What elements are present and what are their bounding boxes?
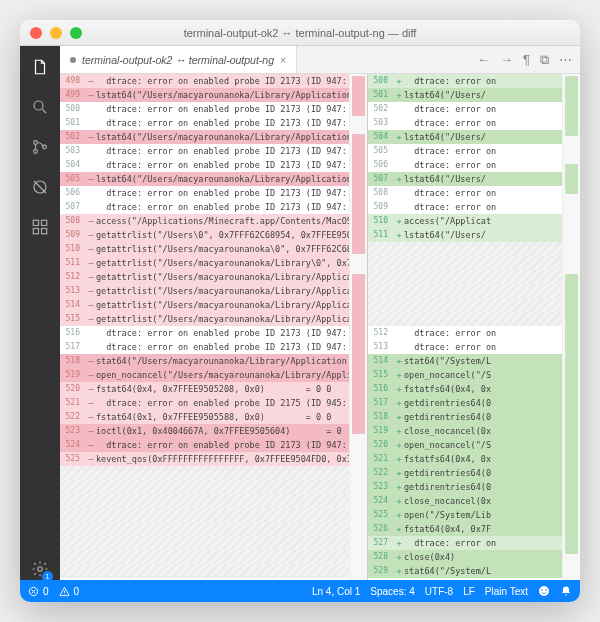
source-control-icon[interactable]	[29, 136, 51, 158]
diff-line[interactable]: 518+getdirentries64(0	[368, 410, 580, 424]
diff-line[interactable]	[368, 284, 580, 298]
diff-line[interactable]: 515–getattrlist("/Users/macyarounanoka/L…	[60, 312, 367, 326]
diff-line[interactable]: 500+ dtrace: error on	[368, 74, 580, 88]
diff-line[interactable]: 519–open_nocancel("/Users/macyarounanoka…	[60, 368, 367, 382]
diff-line[interactable]	[60, 522, 367, 536]
diff-line[interactable]: 511–getattrlist("/Users/macyarounanoka/L…	[60, 256, 367, 270]
diff-line[interactable]: 521– dtrace: error on enabled probe ID 2…	[60, 396, 367, 410]
diff-line[interactable]: 510–getattrlist("/Users/macyarounanoka\0…	[60, 242, 367, 256]
zoom-window-button[interactable]	[70, 27, 82, 39]
status-encoding[interactable]: UTF-8	[425, 586, 453, 597]
whitespace-icon[interactable]: ¶	[523, 52, 530, 67]
status-warnings[interactable]: 0	[59, 586, 80, 597]
minimap-left[interactable]	[349, 74, 367, 580]
diff-line[interactable]: 524– dtrace: error on enabled probe ID 2…	[60, 438, 367, 452]
diff-line[interactable]: 523+getdirentries64(0	[368, 480, 580, 494]
diff-line[interactable]: 508–access("/Applications/Minecraft.app/…	[60, 214, 367, 228]
diff-line[interactable]	[368, 242, 580, 256]
diff-line[interactable]	[368, 298, 580, 312]
diff-line[interactable]: 517 dtrace: error on enabled probe ID 21…	[60, 340, 367, 354]
diff-line[interactable]: 507+lstat64("/Users/	[368, 172, 580, 186]
nav-back-icon[interactable]: ←	[477, 52, 490, 67]
diff-line[interactable]: 520+open_nocancel("/S	[368, 438, 580, 452]
diff-line[interactable]	[368, 270, 580, 284]
split-editor-icon[interactable]: ⧉	[540, 52, 549, 68]
diff-line[interactable]: 508 dtrace: error on	[368, 186, 580, 200]
diff-line[interactable]: 514–getattrlist("/Users/macyarounanoka/L…	[60, 298, 367, 312]
minimize-window-button[interactable]	[50, 27, 62, 39]
diff-line[interactable]	[60, 494, 367, 508]
diff-line[interactable]	[60, 550, 367, 564]
diff-line[interactable]: 522+getdirentries64(0	[368, 466, 580, 480]
diff-line[interactable]: 525+open("/System/Lib	[368, 508, 580, 522]
diff-line[interactable]: 512 dtrace: error on	[368, 326, 580, 340]
diff-line[interactable]: 511+lstat64("/Users/	[368, 228, 580, 242]
diff-line[interactable]: 522–fstat64(0x1, 0x7FFEE9505588, 0x0) = …	[60, 410, 367, 424]
feedback-icon[interactable]	[538, 585, 550, 597]
diff-line[interactable]: 501 dtrace: error on enabled probe ID 21…	[60, 116, 367, 130]
diff-line[interactable]: 506 dtrace: error on enabled probe ID 21…	[60, 186, 367, 200]
diff-line[interactable]: 501+lstat64("/Users/	[368, 88, 580, 102]
tab-diff[interactable]: terminal-output-ok2 ↔ terminal-output-ng…	[60, 46, 297, 73]
diff-line[interactable]: 524+close_nocancel(0x	[368, 494, 580, 508]
diff-pane-original[interactable]: 498– dtrace: error on enabled probe ID 2…	[60, 74, 368, 580]
diff-line[interactable]: 507 dtrace: error on enabled probe ID 21…	[60, 200, 367, 214]
diff-line[interactable]	[368, 312, 580, 326]
diff-line[interactable]: 505 dtrace: error on	[368, 144, 580, 158]
status-language[interactable]: Plain Text	[485, 586, 528, 597]
diff-line[interactable]: 504 dtrace: error on enabled probe ID 21…	[60, 158, 367, 172]
diff-line[interactable]: 513–getattrlist("/Users/macyarounanoka/L…	[60, 284, 367, 298]
status-spaces[interactable]: Spaces: 4	[370, 586, 414, 597]
diff-line[interactable]: 500 dtrace: error on enabled probe ID 21…	[60, 102, 367, 116]
diff-editor[interactable]: 498– dtrace: error on enabled probe ID 2…	[60, 74, 580, 580]
diff-line[interactable]: 499–lstat64("/Users/macyarounanoka/Libra…	[60, 88, 367, 102]
diff-line[interactable]	[60, 536, 367, 550]
close-window-button[interactable]	[30, 27, 42, 39]
diff-line[interactable]: 517+getdirentries64(0	[368, 396, 580, 410]
explorer-icon[interactable]	[29, 56, 51, 78]
diff-line[interactable]: 510+access("/Applicat	[368, 214, 580, 228]
diff-line[interactable]: 503 dtrace: error on	[368, 116, 580, 130]
more-actions-icon[interactable]: ⋯	[559, 52, 572, 67]
diff-line[interactable]	[60, 466, 367, 480]
diff-line[interactable]	[60, 564, 367, 578]
diff-line[interactable]: 516+fstatfs64(0x4, 0x	[368, 382, 580, 396]
nav-forward-icon[interactable]: →	[500, 52, 513, 67]
diff-line[interactable]: 515+open_nocancel("/S	[368, 368, 580, 382]
close-tab-button[interactable]: ×	[280, 54, 286, 66]
diff-line[interactable]: 516 dtrace: error on enabled probe ID 21…	[60, 326, 367, 340]
status-cursor[interactable]: Ln 4, Col 1	[312, 586, 360, 597]
diff-line[interactable]: 514+stat64("/System/L	[368, 354, 580, 368]
diff-line[interactable]: 513 dtrace: error on	[368, 340, 580, 354]
diff-line[interactable]: 509 dtrace: error on	[368, 200, 580, 214]
diff-line[interactable]: 503 dtrace: error on enabled probe ID 21…	[60, 144, 367, 158]
diff-line[interactable]: 526+fstat64(0x4, 0x7F	[368, 522, 580, 536]
minimap-right[interactable]	[562, 74, 580, 580]
diff-line[interactable]: 518–stat64("/Users/macyarounanoka/Librar…	[60, 354, 367, 368]
debug-icon[interactable]	[29, 176, 51, 198]
diff-line[interactable]	[60, 480, 367, 494]
diff-line[interactable]: 506 dtrace: error on	[368, 158, 580, 172]
status-errors[interactable]: 0	[28, 586, 49, 597]
diff-line[interactable]: 505–lstat64("/Users/macyarounanoka/Libra…	[60, 172, 367, 186]
diff-line[interactable]: 502–lstat64("/Users/macyarounanoka/Libra…	[60, 130, 367, 144]
notifications-icon[interactable]	[560, 585, 572, 597]
diff-line[interactable]	[60, 508, 367, 522]
diff-line[interactable]: 519+close_nocancel(0x	[368, 424, 580, 438]
diff-line[interactable]: 520–fstat64(0x4, 0x7FFEE9505208, 0x0) = …	[60, 382, 367, 396]
diff-line[interactable]: 525–kevent_qos(0xFFFFFFFFFFFFFFFF, 0x7FF…	[60, 452, 367, 466]
diff-line[interactable]: 529+stat64("/System/L	[368, 564, 580, 578]
diff-line[interactable]: 527+ dtrace: error on	[368, 536, 580, 550]
diff-line[interactable]: 528+close(0x4)	[368, 550, 580, 564]
search-icon[interactable]	[29, 96, 51, 118]
status-eol[interactable]: LF	[463, 586, 475, 597]
extensions-icon[interactable]	[29, 216, 51, 238]
diff-line[interactable]: 521+fstatfs64(0x4, 0x	[368, 452, 580, 466]
diff-line[interactable]: 498– dtrace: error on enabled probe ID 2…	[60, 74, 367, 88]
diff-line[interactable]: 523–ioctl(0x1, 0x4004667A, 0x7FFEE950560…	[60, 424, 367, 438]
diff-line[interactable]: 502 dtrace: error on	[368, 102, 580, 116]
diff-pane-modified[interactable]: 500+ dtrace: error on501+lstat64("/Users…	[368, 74, 580, 580]
diff-line[interactable]: 504+lstat64("/Users/	[368, 130, 580, 144]
diff-line[interactable]: 509–getattrlist("/Users\0", 0x7FFF62C689…	[60, 228, 367, 242]
diff-line[interactable]	[368, 256, 580, 270]
